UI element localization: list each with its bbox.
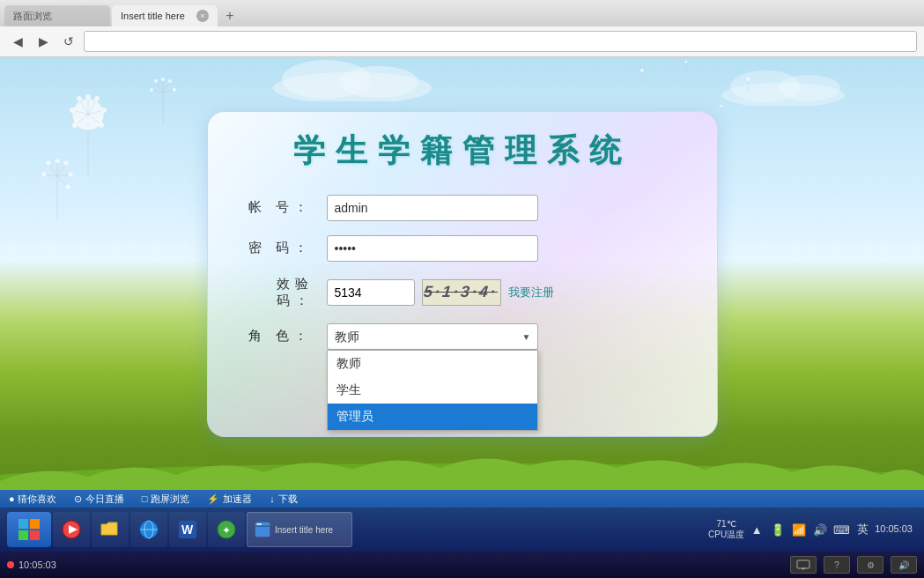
password-input[interactable] bbox=[327, 235, 538, 262]
account-input[interactable] bbox=[327, 195, 538, 221]
tray-volume[interactable]: 🔊 bbox=[811, 521, 829, 538]
role-label: 角 色： bbox=[243, 328, 314, 345]
status-bar: 10:05:03 ? ⚙ 🔊 bbox=[0, 552, 924, 578]
captcha-input[interactable] bbox=[327, 279, 415, 306]
taskbar-icon-2[interactable] bbox=[92, 512, 129, 547]
bottom-bar-accel-label: 加速器 bbox=[223, 493, 252, 506]
captcha-label: 效验码： bbox=[243, 276, 314, 309]
svg-rect-56 bbox=[30, 519, 40, 529]
tab-inactive[interactable]: 路面浏览 bbox=[4, 5, 110, 26]
password-label: 密 码： bbox=[243, 240, 314, 256]
clock[interactable]: 10:05:03 bbox=[875, 522, 913, 536]
svg-rect-69 bbox=[255, 526, 270, 528]
taskbar-icon-3[interactable] bbox=[130, 512, 167, 547]
forward-button[interactable]: ▶ bbox=[33, 31, 54, 52]
cpu-temp: 71℃ CPU温度 bbox=[708, 519, 744, 541]
address-bar[interactable] bbox=[84, 31, 917, 52]
tab-close-button[interactable]: × bbox=[196, 10, 209, 22]
new-tab-button[interactable]: + bbox=[219, 7, 240, 25]
svg-text:W: W bbox=[181, 522, 194, 537]
bottom-browser-bar: ● 猜你喜欢 ⊙ 今日直播 □ 跑屏浏览 ⚡ 加速器 ↓ 下载 bbox=[0, 490, 924, 508]
captcha-area: 5·1·3·4· 我要注册 bbox=[327, 279, 554, 306]
svg-rect-55 bbox=[18, 519, 28, 529]
cpu-temp-label: CPU温度 bbox=[708, 529, 744, 541]
app-icon: ✦ bbox=[216, 519, 237, 540]
bottom-bar-live[interactable]: ⊙ 今日直播 bbox=[74, 493, 124, 506]
taskbar-icon-1[interactable] bbox=[53, 512, 90, 547]
start-button[interactable] bbox=[7, 512, 51, 547]
dropdown-option-teacher[interactable]: 教师 bbox=[328, 351, 537, 377]
tray-show-hidden[interactable]: ▲ bbox=[748, 521, 765, 538]
tray-wifi[interactable]: 📶 bbox=[790, 521, 808, 538]
bottom-bar-screen[interactable]: □ 跑屏浏览 bbox=[142, 493, 190, 506]
svg-rect-58 bbox=[30, 530, 40, 540]
app-title: 学生学籍管理系统 bbox=[243, 130, 682, 173]
captcha-row: 效验码： 5·1·3·4· 我要注册 bbox=[243, 276, 682, 309]
dropdown-option-admin[interactable]: 管理员 bbox=[328, 404, 537, 430]
svg-rect-70 bbox=[256, 523, 262, 525]
bottom-bar-screen-icon: □ bbox=[142, 493, 148, 504]
account-label: 帐 号： bbox=[243, 199, 314, 216]
status-icon-3[interactable]: ⚙ bbox=[857, 556, 883, 574]
tray-area: 71℃ CPU温度 ▲ 🔋 📶 🔊 ⌨ 英 10:05:03 bbox=[708, 519, 917, 541]
tab-inactive-label: 路面浏览 bbox=[13, 10, 52, 23]
bottom-bar-download-icon: ↓ bbox=[270, 493, 275, 504]
tray-keyboard[interactable]: ⌨ bbox=[832, 521, 850, 538]
bottom-bar-download[interactable]: ↓ 下载 bbox=[270, 493, 298, 506]
account-row: 帐 号： bbox=[243, 195, 682, 221]
tab-active-label: Insert title here bbox=[121, 11, 185, 21]
back-button[interactable]: ◀ bbox=[7, 31, 28, 52]
globe-icon bbox=[138, 519, 159, 540]
bottom-bar-live-label: 今日直播 bbox=[85, 493, 124, 506]
volume-icon: 🔊 bbox=[898, 560, 909, 570]
windows-icon bbox=[17, 517, 41, 542]
status-time-value: 10:05:03 bbox=[18, 559, 56, 570]
recording-indicator bbox=[7, 561, 14, 568]
taskbar-browser-label: Insert title here bbox=[275, 525, 333, 535]
bottom-bar-download-label: 下载 bbox=[278, 493, 298, 506]
word-icon: W bbox=[177, 519, 198, 540]
bottom-bar-accel[interactable]: ⚡ 加速器 bbox=[207, 493, 252, 506]
status-time: 10:05:03 bbox=[18, 559, 56, 570]
captcha-image[interactable]: 5·1·3·4· bbox=[422, 279, 501, 306]
tray-battery[interactable]: 🔋 bbox=[769, 521, 787, 538]
browser-chrome: 路面浏览 Insert title here × + bbox=[0, 0, 924, 26]
login-panel: 学生学籍管理系统 帐 号： 密 码： 效验码： 5·1·3·4· 我要注册 角 … bbox=[207, 111, 718, 437]
tray-input-lang[interactable]: 英 bbox=[854, 521, 871, 538]
bottom-bar-guess[interactable]: ● 猜你喜欢 bbox=[9, 493, 56, 506]
svg-rect-71 bbox=[797, 560, 809, 568]
status-right: ? ⚙ 🔊 bbox=[790, 556, 917, 574]
bottom-bar-guess-label: ● 猜你喜欢 bbox=[9, 493, 56, 506]
role-row: 角 色： 教师 学生 管理员 ▼ 教师 学生 管理员 bbox=[243, 323, 682, 350]
role-select[interactable]: 教师 学生 管理员 bbox=[327, 323, 538, 350]
role-select-container: 教师 学生 管理员 ▼ 教师 学生 管理员 bbox=[327, 323, 538, 350]
password-row: 密 码： bbox=[243, 235, 682, 262]
svg-rect-57 bbox=[18, 530, 28, 540]
status-icon-3-label: ⚙ bbox=[867, 560, 875, 570]
taskbar-bottom-row: W ✦ Insert title here 71℃ CPU温度 ▲ 🔋 📶 🔊 … bbox=[0, 508, 924, 552]
main-content: 学生学籍管理系统 帐 号： 密 码： 效验码： 5·1·3·4· 我要注册 角 … bbox=[0, 57, 924, 490]
dropdown-option-student[interactable]: 学生 bbox=[328, 377, 537, 404]
register-link[interactable]: 我要注册 bbox=[508, 285, 554, 300]
taskbar-icon-4[interactable]: W bbox=[169, 512, 206, 547]
bottom-bar-live-icon: ⊙ bbox=[74, 493, 82, 505]
browser-toolbar: ◀ ▶ ↺ bbox=[0, 26, 924, 57]
refresh-button[interactable]: ↺ bbox=[58, 31, 79, 52]
status-icon-2[interactable]: ? bbox=[824, 556, 850, 574]
taskbar-browser-task[interactable]: Insert title here bbox=[247, 512, 352, 547]
status-icon-2-label: ? bbox=[834, 560, 839, 570]
cpu-temp-value: 71℃ bbox=[717, 519, 736, 529]
status-icon-4[interactable]: 🔊 bbox=[891, 556, 917, 574]
bottom-bar-accel-icon: ⚡ bbox=[207, 493, 219, 505]
svg-text:✦: ✦ bbox=[222, 524, 231, 537]
dropdown-options: 教师 学生 管理员 bbox=[327, 350, 538, 431]
taskbar-icon-5[interactable]: ✦ bbox=[208, 512, 245, 547]
status-icon-1[interactable] bbox=[790, 556, 817, 574]
browser-tab-icon bbox=[255, 522, 270, 537]
input-lang-label: 英 bbox=[857, 522, 869, 537]
tab-active[interactable]: Insert title here × bbox=[112, 5, 218, 26]
clock-time: 10:05:03 bbox=[875, 522, 913, 536]
rec-dot bbox=[7, 561, 14, 568]
folder-icon bbox=[100, 519, 121, 540]
monitor-icon bbox=[796, 559, 810, 570]
